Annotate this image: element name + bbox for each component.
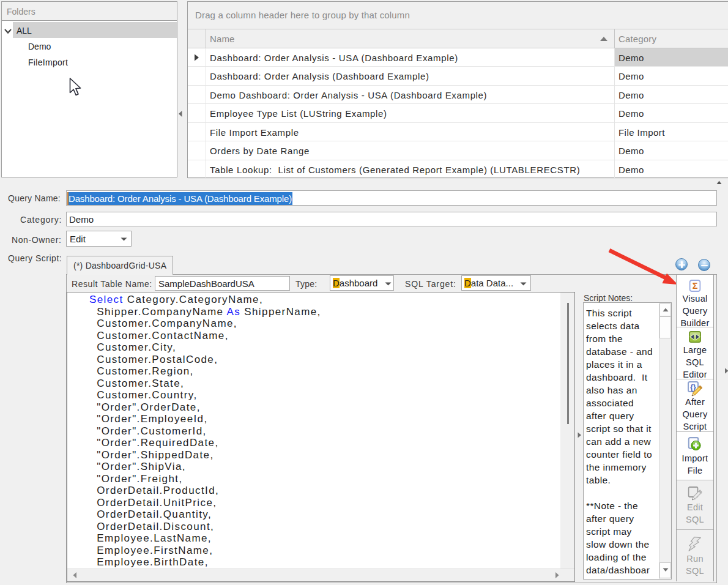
svg-text:Σ: Σ: [693, 281, 698, 291]
